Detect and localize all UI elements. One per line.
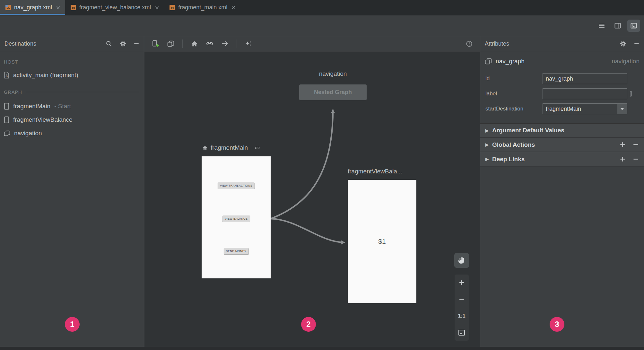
host-section-label: HOST	[0, 56, 144, 67]
nested-graph-icon	[4, 130, 10, 136]
fragment-icon	[4, 116, 9, 123]
zoom-reset-button[interactable]: 1:1	[457, 311, 467, 321]
destinations-title: Destinations	[4, 40, 36, 47]
auto-arrange-sparkles-icon[interactable]	[243, 39, 254, 49]
tab-label: fragment_main.xml	[178, 4, 227, 11]
gear-icon[interactable]	[620, 40, 627, 47]
graph-section-label: GRAPH	[0, 86, 144, 98]
warning-icon[interactable]	[464, 39, 474, 49]
start-destination-field-label: startDestination	[485, 106, 543, 112]
tab-label: fragment_view_balance.xml	[79, 4, 151, 11]
xml-file-icon: </>	[70, 4, 76, 11]
start-destination-suffix: - Start	[54, 103, 71, 110]
id-field-row: id	[485, 73, 640, 84]
section-argument-default-values[interactable]: ▶ Argument Default Values	[480, 123, 644, 138]
close-icon[interactable]	[231, 6, 235, 10]
search-icon[interactable]	[105, 40, 112, 47]
android-studio-window: </> nav_graph.xml </> fragment_view_bala…	[0, 0, 644, 350]
hide-panel-icon[interactable]	[634, 41, 640, 47]
zoom-to-fit-button[interactable]	[457, 328, 467, 337]
zoom-controls: 1:1	[455, 275, 469, 341]
destinations-panel: Destinations HOST A activity_main (fragm…	[0, 36, 144, 347]
fragment-main-preview[interactable]: VIEW TRANSACTIONS VIEW BALANCE SEND MONE…	[202, 156, 271, 278]
section-global-actions[interactable]: ▶ Global Actions	[480, 138, 644, 152]
remove-icon[interactable]	[633, 156, 639, 162]
preview-button: SEND MONEY	[224, 248, 249, 254]
destinations-header: Destinations	[0, 36, 144, 51]
callout-badge-3: 3	[550, 317, 564, 332]
destination-activity-main[interactable]: A activity_main (fragment)	[0, 67, 144, 83]
start-destination-select[interactable]: fragmentMain	[543, 103, 627, 114]
attributes-header: Attributes	[480, 36, 644, 51]
nested-graph-node[interactable]: Nested Graph	[299, 84, 367, 100]
nav-editor-panel: navigation Nested Graph fragmentMain VIE…	[144, 36, 480, 347]
nav-xml-file-icon: </>	[5, 4, 11, 11]
attributes-title: Attributes	[485, 40, 509, 47]
fragment-main-node-label[interactable]: fragmentMain	[202, 144, 260, 151]
nav-graph-canvas[interactable]: navigation Nested Graph fragmentMain VIE…	[144, 52, 480, 347]
svg-text:A: A	[5, 74, 8, 78]
svg-text:</>: </>	[170, 6, 174, 10]
chevron-right-icon: ▶	[485, 142, 489, 147]
chevron-right-icon: ▶	[485, 128, 489, 133]
toolbar-divider	[237, 39, 237, 48]
add-icon[interactable]	[620, 156, 626, 162]
svg-text:</>: </>	[71, 6, 75, 10]
label-field-row: label	[485, 88, 640, 99]
preview-button: VIEW BALANCE	[222, 215, 250, 222]
window-bottom-edge	[0, 347, 644, 350]
tab-nav-graph-xml[interactable]: </> nav_graph.xml	[0, 0, 65, 15]
destination-fragment-main[interactable]: fragmentMain - Start	[0, 100, 144, 113]
start-destination-field-row: startDestination fragmentMain	[485, 103, 640, 114]
chevron-down-icon[interactable]	[617, 104, 627, 114]
id-field-label: id	[485, 75, 543, 82]
remove-icon[interactable]	[633, 142, 639, 148]
id-field[interactable]	[543, 73, 627, 84]
attributes-panel: Attributes nav_graph navigation id label	[480, 36, 644, 347]
new-destination-icon[interactable]	[150, 39, 161, 49]
fragment-icon	[4, 103, 9, 110]
zoom-in-button[interactable]	[457, 278, 467, 287]
editor-toolbar-row	[0, 15, 644, 36]
tab-fragment-main-xml[interactable]: </> fragment_main.xml	[164, 0, 240, 15]
design-view-icon[interactable]	[627, 20, 640, 32]
action-arrow-icon[interactable]	[220, 39, 230, 49]
home-icon[interactable]	[189, 39, 199, 49]
component-name: nav_graph	[496, 58, 525, 65]
link-icon	[255, 145, 260, 151]
tab-fragment-view-balance-xml[interactable]: </> fragment_view_balance.xml	[65, 0, 164, 15]
tab-label: nav_graph.xml	[14, 4, 52, 11]
code-view-icon[interactable]	[595, 20, 608, 32]
zoom-out-button[interactable]	[457, 294, 467, 304]
hide-panel-icon[interactable]	[134, 41, 139, 47]
new-nested-graph-icon[interactable]	[166, 39, 176, 49]
preview-text: $1	[378, 238, 386, 245]
destination-fragment-view-balance[interactable]: fragmentViewBalance	[0, 113, 144, 127]
toolbar-divider	[182, 39, 183, 48]
nested-graph-title: navigation	[299, 70, 367, 77]
link-icon[interactable]	[205, 39, 215, 49]
label-field[interactable]	[543, 88, 627, 99]
add-icon[interactable]	[620, 142, 626, 148]
field-marker-icon[interactable]	[629, 90, 632, 97]
destination-navigation[interactable]: navigation	[0, 127, 144, 140]
fragment-view-balance-node-label[interactable]: fragmentViewBala...	[348, 168, 402, 175]
close-icon[interactable]	[155, 6, 159, 10]
fragment-view-balance-preview[interactable]: $1	[348, 180, 416, 303]
section-deep-links[interactable]: ▶ Deep Links	[480, 152, 644, 167]
label-field-label: label	[485, 91, 543, 97]
gear-icon[interactable]	[119, 40, 126, 47]
pan-tool-button[interactable]	[454, 253, 469, 268]
close-icon[interactable]	[56, 6, 60, 10]
selected-component-row: nav_graph navigation	[480, 54, 644, 69]
preview-button: VIEW TRANSACTIONS	[218, 182, 255, 189]
nav-editor-toolbar	[144, 36, 480, 51]
start-home-icon	[202, 145, 208, 151]
view-mode-toggles	[595, 20, 640, 32]
svg-text:</>: </>	[6, 7, 10, 10]
split-view-icon[interactable]	[611, 20, 624, 32]
nested-graph-icon	[485, 58, 492, 65]
hand-icon	[457, 256, 466, 265]
component-type: navigation	[612, 58, 640, 65]
chevron-right-icon: ▶	[485, 157, 489, 162]
